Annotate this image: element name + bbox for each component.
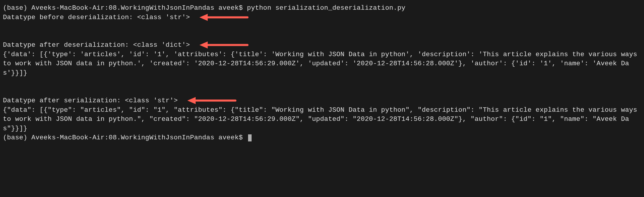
terminal-line: Datatype after deserialization: <class '… — [3, 41, 641, 50]
blank-line — [3, 87, 641, 96]
cursor-icon — [248, 134, 252, 141]
terminal-text: Datatype after serialization: <class 'st… — [3, 97, 178, 104]
terminal-text: Datatype after deserialization: <class '… — [3, 41, 190, 49]
terminal-line: (base) Aveeks-MacBook-Air:08.WorkingWith… — [3, 4, 641, 13]
terminal-output[interactable]: (base) Aveeks-MacBook-Air:08.WorkingWith… — [3, 4, 641, 143]
terminal-text: Datatype before deserialization: <class … — [3, 14, 190, 21]
terminal-line: Datatype after serialization: <class 'st… — [3, 96, 641, 106]
svg-marker-1 — [199, 14, 208, 21]
blank-line — [3, 78, 641, 87]
prompt-text: (base) Aveeks-MacBook-Air:08.WorkingWith… — [3, 134, 247, 141]
terminal-prompt[interactable]: (base) Aveeks-MacBook-Air:08.WorkingWith… — [3, 133, 641, 143]
arrow-left-icon — [187, 96, 237, 105]
blank-line — [3, 22, 641, 31]
svg-marker-3 — [199, 41, 208, 49]
arrow-left-icon — [199, 41, 249, 49]
arrow-left-icon — [199, 13, 249, 22]
terminal-line: {'data': [{'type': 'articles', 'id': '1'… — [3, 50, 641, 78]
terminal-line: {"data": [{"type": "articles", "id": "1"… — [3, 106, 641, 133]
terminal-line: Datatype before deserialization: <class … — [3, 13, 641, 22]
blank-line — [3, 31, 641, 41]
svg-marker-5 — [187, 97, 196, 104]
